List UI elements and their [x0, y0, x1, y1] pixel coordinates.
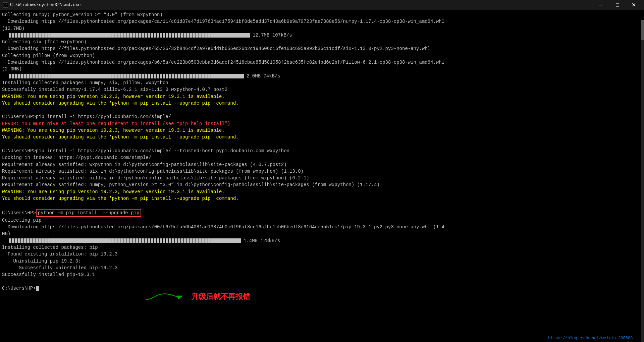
progress-block — [36, 74, 39, 78]
progress-block — [238, 33, 241, 38]
command-line: C:\Users\HP>pip install -i https://pypi.… — [2, 113, 642, 120]
titlebar: C:\ C:\Windows\system32\cmd.exe ─ □ ✕ — [0, 0, 644, 10]
maximize-button[interactable]: □ — [610, 0, 625, 10]
progress-block — [220, 33, 223, 38]
progress-block — [18, 33, 20, 38]
progress-bar — [9, 33, 250, 38]
progress-block — [87, 238, 90, 243]
warning-line: You should consider upgrading via the 'p… — [2, 195, 642, 202]
progress-block — [24, 238, 26, 243]
progress-block — [57, 33, 60, 38]
progress-block — [111, 238, 114, 243]
progress-block — [172, 33, 174, 38]
progress-block — [105, 74, 108, 78]
annotation-text: 升级后就不再报错 — [191, 292, 250, 302]
progress-block — [172, 74, 174, 78]
scrollbar[interactable] — [641, 20, 644, 342]
progress-block — [102, 74, 105, 78]
progress-block — [15, 74, 17, 78]
progress-block — [145, 33, 147, 38]
progress-block — [196, 238, 199, 243]
progress-block — [193, 238, 196, 243]
progress-block — [148, 33, 150, 38]
output-line: Downloading https://files.pythonhosted.o… — [2, 224, 642, 230]
progress-block — [129, 238, 132, 243]
cursor-block — [36, 286, 39, 291]
progress-block — [15, 33, 17, 38]
progress-block — [211, 238, 214, 243]
close-button[interactable]: ✕ — [626, 0, 641, 10]
progress-block — [151, 74, 153, 78]
progress-block — [190, 33, 193, 38]
progress-block — [232, 238, 235, 243]
progress-block — [157, 238, 159, 243]
blank-line — [2, 278, 642, 285]
progress-block — [181, 74, 183, 78]
bottom-url[interactable]: https://blog.csdn.net/weixin_398683... — [548, 336, 640, 341]
progress-block — [54, 74, 57, 78]
minimize-button[interactable]: ─ — [594, 0, 609, 10]
progress-block — [12, 238, 14, 243]
progress-block — [241, 74, 244, 78]
progress-block — [181, 238, 183, 243]
progress-block — [166, 238, 168, 243]
progress-block — [154, 74, 156, 78]
progress-block — [48, 74, 51, 78]
progress-block — [51, 33, 54, 38]
progress-block — [139, 74, 141, 78]
progress-block — [33, 33, 36, 38]
progress-block — [27, 238, 30, 243]
progress-block — [151, 238, 153, 243]
progress-block — [81, 33, 84, 38]
output-line: Looking in indexes: https://pypi.doubani… — [2, 154, 642, 161]
progress-block — [30, 74, 33, 78]
progress-block — [154, 238, 156, 243]
progress-block — [96, 33, 99, 38]
progress-block — [9, 33, 11, 38]
progress-block — [235, 74, 238, 78]
progress-block — [160, 238, 162, 243]
progress-block — [238, 74, 241, 78]
progress-block — [184, 33, 186, 38]
output-line: Requirement already satisfied: wxpython … — [2, 161, 642, 168]
progress-block — [81, 238, 84, 243]
progress-block — [205, 238, 208, 243]
blank-line — [2, 202, 642, 209]
progress-block — [120, 238, 123, 243]
progress-block — [223, 33, 226, 38]
output-line: MB) — [2, 230, 642, 237]
progress-block — [36, 238, 39, 243]
progress-block — [157, 33, 159, 38]
progress-block — [51, 74, 54, 78]
progress-block — [136, 238, 138, 243]
command-line: C:\Users\HP>pip install -i https://pypi.… — [2, 148, 642, 154]
progress-block — [105, 33, 108, 38]
progress-block — [72, 74, 75, 78]
progress-block — [45, 238, 48, 243]
warning-line: WARNING: You are using pip version 19.2.… — [2, 93, 642, 100]
output-line: Downloading https://files.pythonhosted.o… — [2, 45, 642, 52]
blank-line — [2, 141, 642, 148]
progress-block — [217, 74, 220, 78]
output-line: Successfully installed numpy-1.17.4 pill… — [2, 86, 642, 93]
progress-block — [232, 33, 235, 38]
progress-block — [205, 33, 208, 38]
progress-block — [187, 238, 190, 243]
output-line: Installing collected packages: numpy, si… — [2, 79, 642, 86]
progress-block — [175, 238, 177, 243]
progress-block — [211, 33, 214, 38]
cmd-icon: C:\ — [3, 2, 8, 8]
progress-size-text: 1.4MB 128kB/s — [244, 237, 280, 244]
progress-block — [223, 74, 226, 78]
progress-block — [148, 74, 150, 78]
progress-block — [202, 238, 205, 243]
progress-block — [54, 33, 57, 38]
progress-block — [21, 33, 23, 38]
progress-block — [78, 238, 81, 243]
progress-block — [90, 33, 93, 38]
scrollbar-thumb[interactable] — [641, 20, 644, 40]
progress-block — [214, 238, 217, 243]
progress-block — [27, 33, 30, 38]
progress-block — [36, 33, 39, 38]
progress-block — [45, 33, 48, 38]
